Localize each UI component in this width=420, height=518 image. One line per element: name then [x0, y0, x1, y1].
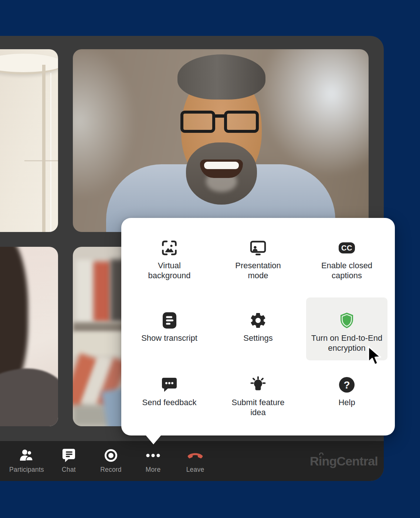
ringcentral-logo-arc-icon [319, 453, 324, 455]
glasses-left-lens [180, 111, 215, 133]
chat-label: Chat [62, 466, 76, 474]
glasses-bridge [215, 114, 224, 118]
settings-gear-icon [249, 312, 267, 329]
ringcentral-meeting-screenshot: Participants Chat [0, 0, 420, 518]
menu-item-settings[interactable]: Settings [214, 312, 302, 376]
more-dots-icon [146, 448, 160, 463]
ringcentral-logo: RingCentral [310, 454, 378, 468]
book-spine [94, 262, 111, 322]
menu-item-help[interactable]: ? Help [302, 376, 391, 431]
more-label: More [146, 466, 161, 474]
menu-item-presentation-mode[interactable]: Presentation mode [214, 239, 302, 312]
menu-label: Virtual background [138, 260, 201, 280]
chat-button[interactable]: Chat [48, 441, 90, 481]
menu-item-closed-captions[interactable]: CC Enable closed captions [302, 239, 391, 312]
menu-label: Submit feature idea [227, 397, 289, 417]
ringcentral-logo-text: RingCentral [310, 454, 378, 468]
encryption-shield-icon [338, 312, 356, 329]
leave-button[interactable]: Leave [174, 441, 216, 481]
speaker-teeth [204, 162, 239, 169]
show-transcript-icon [160, 312, 178, 329]
speaker-smile [200, 159, 243, 178]
pendant-lamp [0, 54, 58, 74]
speaker-glasses [180, 111, 263, 134]
menu-label: Send feedback [142, 397, 197, 407]
participants-label: Participants [9, 466, 44, 474]
more-button[interactable]: More [132, 441, 174, 481]
presentation-mode-icon [249, 239, 267, 257]
leave-label: Leave [186, 466, 204, 474]
shelf-line [24, 160, 58, 161]
send-feedback-icon [160, 376, 178, 394]
menu-item-submit-feature-idea[interactable]: Submit feature idea [214, 376, 302, 431]
video-tile-top-left [0, 49, 58, 232]
chat-icon [62, 448, 75, 463]
feature-idea-lightbulb-icon [249, 376, 267, 394]
menu-label: Enable closed captions [315, 260, 378, 280]
video-tile-bottom-left [0, 247, 58, 426]
glasses-right-lens [224, 111, 259, 133]
help-icon: ? [338, 376, 356, 394]
record-icon [104, 448, 118, 463]
record-button[interactable]: Record [90, 441, 132, 481]
book-spine [76, 260, 94, 322]
menu-item-send-feedback[interactable]: Send feedback [125, 376, 214, 431]
participants-button[interactable]: Participants [6, 441, 48, 481]
glass-shelf-edge [50, 73, 51, 232]
meeting-toolbar: Participants Chat [0, 441, 384, 481]
virtual-background-icon [160, 239, 178, 257]
menu-item-virtual-background[interactable]: Virtual background [125, 239, 214, 312]
mouse-cursor-icon [367, 345, 383, 367]
menu-label: Settings [243, 333, 273, 343]
menu-label: Presentation mode [227, 260, 289, 280]
menu-label: Help [338, 397, 355, 407]
video-tile-main-speaker [73, 49, 369, 232]
menu-label: Show transcript [141, 333, 197, 343]
popup-tail-pointer [145, 435, 162, 444]
more-menu-popup: Virtual background Presentation mode [121, 218, 395, 435]
wall-background [0, 49, 58, 232]
more-menu-grid: Virtual background Presentation mode [121, 218, 395, 431]
menu-item-show-transcript[interactable]: Show transcript [125, 312, 214, 376]
svg-text:?: ? [343, 379, 350, 391]
record-label: Record [100, 466, 122, 474]
leave-call-icon [187, 448, 203, 463]
closed-captions-icon: CC [338, 239, 356, 257]
lamp-pole [42, 65, 45, 232]
participants-icon [20, 448, 34, 463]
speaker-hair [177, 54, 265, 100]
svg-text:CC: CC [341, 244, 352, 252]
